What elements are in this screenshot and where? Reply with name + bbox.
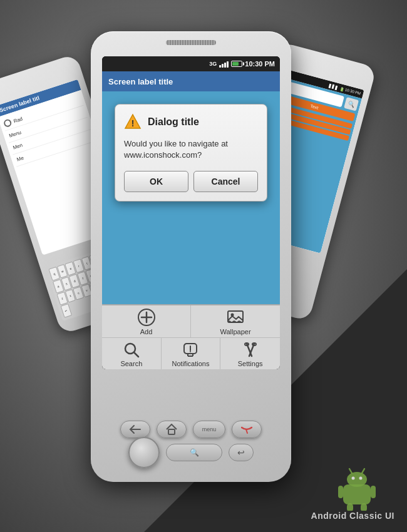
svg-rect-9 [361,503,367,511]
svg-text:!: ! [131,118,135,128]
search-label: Search [120,360,142,367]
signal-bar-1 [219,65,221,68]
dialog-buttons: OK Cancel [124,171,258,192]
svg-rect-29 [168,429,175,434]
wallpaper-label: Wallpaper [220,328,250,335]
ok-button[interactable]: OK [124,171,188,192]
phone-screen: 3G 10:30 PM Screen label title [102,56,280,369]
search-bar-hw[interactable]: 🔍 [166,444,222,461]
call-end-button[interactable] [232,421,262,438]
dialog-title-text: Dialog title [148,116,199,128]
search-icon [123,341,140,359]
speaker-grill [166,40,216,45]
wallpaper-icon [226,308,245,327]
warning-icon: ! [124,113,142,131]
right-signal: ▋▋▋ [329,83,339,90]
add-label: Add [140,328,153,335]
brand-text: Android Classic UI [311,511,394,521]
trackball-button[interactable] [128,437,160,468]
dialog-box: ! Dialog title Would you like to navigat… [115,104,267,202]
signal-icon [219,60,229,68]
menu-button[interactable]: menu [193,421,225,438]
battery-fill [232,62,239,66]
screen-title-bar: Screen label title [102,71,280,91]
cancel-button[interactable]: Cancel [193,171,258,192]
status-3g: 3G [209,61,217,67]
nav-wallpaper[interactable]: Wallpaper [191,305,280,337]
svg-rect-8 [347,503,353,511]
android-logo [338,467,376,513]
nav-add[interactable]: Add [102,305,191,337]
svg-rect-15 [228,311,243,322]
nav-notifications[interactable]: Notifications [162,338,221,369]
battery-icon [231,61,242,67]
back-btn-hw[interactable]: ↩ [229,444,254,461]
dialog-title-row: ! Dialog title [124,113,258,131]
key-enter: ↵ [61,304,72,318]
screen-content: ! Dialog title Would you like to navigat… [102,91,280,304]
svg-line-5 [362,469,364,473]
screen-title-text: Screen label title [108,77,173,86]
phone-main: 3G 10:30 PM Screen label title [91,31,291,482]
svg-line-18 [134,352,138,357]
radio-label: Rad [13,116,23,124]
radio-circle [3,118,13,128]
nav-bar: Add Wallpaper [102,304,280,369]
nav-top-row: Add Wallpaper [102,305,280,338]
signal-bar-2 [222,64,224,68]
signal-bar-4 [227,61,229,68]
back-button[interactable] [120,421,150,438]
notifications-label: Notifications [172,360,210,367]
home-button[interactable] [157,421,187,438]
search-bar-icon: 🔍 [190,448,199,457]
svg-rect-6 [338,486,343,498]
svg-rect-0 [343,484,371,504]
svg-point-1 [347,472,367,487]
hw-buttons-area: menu [91,421,291,438]
settings-icon [242,341,259,359]
settings-label: Settings [238,360,263,367]
svg-point-3 [359,477,363,480]
svg-rect-7 [371,486,376,498]
signal-bar-3 [224,63,226,68]
svg-line-4 [349,469,352,473]
dialog-message: Would you like to navigate at www.iconsh… [124,138,258,161]
status-time: 10:30 PM [245,60,275,68]
right-battery: 🔋 [339,86,345,91]
phone-bottom-row: 🔍 ↩ [91,437,291,468]
svg-point-24 [190,351,191,352]
status-bar: 3G 10:30 PM [102,56,280,71]
svg-point-2 [352,477,355,480]
nav-search[interactable]: Search [102,338,162,369]
notifications-icon [182,341,199,359]
add-icon [137,308,156,327]
nav-bottom-row: Search Notifications [102,338,280,369]
nav-settings[interactable]: Settings [220,338,280,369]
